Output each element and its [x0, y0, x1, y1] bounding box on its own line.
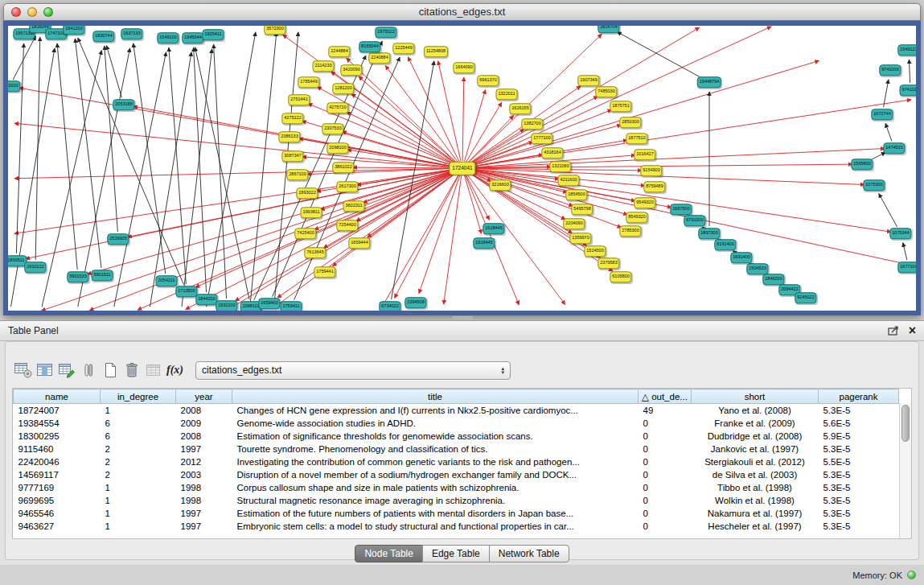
graph-hub-node[interactable]: 1724041 [449, 162, 475, 175]
table-cell[interactable]: Estimation of significance thresholds fo… [232, 430, 639, 443]
graph-node[interactable]: 6791900 [684, 215, 705, 226]
table-cell[interactable]: de Silva et al. (2003) [692, 468, 819, 481]
graph-node[interactable]: 1993811 [300, 207, 322, 218]
table-cell[interactable]: 9777169 [14, 481, 101, 494]
graph-node[interactable]: 1907349 [577, 75, 599, 86]
graph-node[interactable]: 1785449 [298, 76, 319, 88]
graph-node[interactable]: 2098100 [326, 142, 348, 154]
graph-node[interactable]: 1844200 [195, 294, 217, 305]
graph-node[interactable]: 5901511 [91, 270, 113, 281]
table-cell[interactable]: 1997 [176, 507, 232, 520]
graph-node[interactable]: 3572300 [264, 26, 285, 35]
graph-node[interactable]: 4318164 [541, 147, 563, 159]
show-columns-icon[interactable] [34, 360, 55, 381]
graph-node[interactable]: 1637133 [121, 28, 142, 39]
graph-node[interactable]: 6734022 [379, 301, 400, 311]
graph-node[interactable]: 1016427 [634, 149, 655, 160]
graph-node[interactable]: 1322011 [495, 89, 517, 100]
graph-node[interactable]: 3216600 [489, 179, 511, 191]
graph-node[interactable]: 1549122 [897, 44, 916, 56]
table-row[interactable]: 2242004622012Investigating the contribut… [14, 455, 899, 468]
table-row[interactable]: 969969511998Structural magnetic resonanc… [14, 494, 899, 507]
table-cell[interactable]: Tibbo et al. (1998) [692, 481, 819, 494]
graph-node[interactable]: 8183044 [359, 41, 380, 52]
graph-node[interactable]: 9245022 [795, 292, 816, 303]
table-cell[interactable]: 1 [101, 481, 176, 494]
graph-node[interactable]: 1659400 [258, 298, 280, 309]
table-cell[interactable]: 1997 [176, 443, 232, 455]
table-cell[interactable]: 2009 [176, 417, 232, 430]
graph-node[interactable]: 1925411 [202, 29, 224, 40]
graph-node[interactable]: 2204090 [563, 218, 585, 229]
graph-node[interactable]: 1225449 [392, 43, 414, 54]
table-cell[interactable]: 2008 [176, 430, 232, 443]
table-cell[interactable]: 9465546 [14, 507, 101, 520]
table-cell[interactable]: 0 [639, 481, 692, 494]
table-cell[interactable]: 0 [639, 468, 692, 481]
graph-node[interactable]: 1759411 [280, 301, 302, 311]
graph-node[interactable]: 2867100 [286, 169, 308, 180]
window-titlebar[interactable]: citations_edges.txt [3, 3, 921, 21]
table-cell[interactable]: 2012 [176, 455, 232, 468]
graph-node[interactable]: 2386133 [278, 131, 300, 142]
table-cell[interactable]: Franke et al. (2009) [692, 417, 819, 430]
table-row[interactable]: 1456911722003Disruption of a novel membe… [14, 468, 899, 481]
table-cell[interactable]: 0 [639, 520, 692, 533]
graph-node[interactable]: 1691400 [730, 252, 752, 263]
table-cell[interactable]: Tourette syndrome. Phenomenology and cla… [232, 443, 639, 455]
table-cell[interactable]: Estimation of the future numbers of pati… [232, 507, 639, 520]
column-header-short[interactable]: short [692, 389, 819, 404]
graph-node[interactable]: 3420090 [340, 64, 362, 76]
graph-node[interactable]: 1659444 [348, 237, 370, 249]
graph-node[interactable]: 1918445 [473, 237, 495, 249]
table-cell[interactable]: 22420046 [14, 455, 101, 468]
column-header-in-degree[interactable]: in_degree [101, 389, 176, 404]
graph-node[interactable]: 9741000 [879, 64, 901, 76]
graph-node[interactable]: 5901533 [67, 271, 88, 282]
graph-node[interactable]: 2526905 [107, 233, 129, 245]
zoom-window-button[interactable] [43, 7, 53, 17]
graph-node[interactable]: 2617300 [336, 181, 358, 192]
table-cell[interactable]: Changes of HCN gene expression and I(f) … [232, 404, 639, 417]
table-cell[interactable]: 1998 [176, 481, 232, 494]
graph-node[interactable]: 5495798 [571, 204, 593, 215]
graph-node[interactable]: 1975022 [375, 27, 396, 38]
graph-node[interactable]: 2785300 [619, 225, 641, 237]
graph-node[interactable]: 6105800 [610, 271, 631, 282]
tab-network-table[interactable]: Network Table [489, 545, 569, 562]
table-cell[interactable]: 1998 [176, 494, 232, 507]
import-table-icon[interactable] [142, 360, 164, 381]
graph-node[interactable]: 1910122 [24, 262, 46, 273]
graph-node[interactable]: 1893022 [296, 187, 318, 199]
table-mode-icon[interactable] [12, 360, 34, 381]
column-header-year[interactable]: year [176, 389, 232, 404]
tab-edge-table[interactable]: Edge Table [422, 545, 490, 562]
graph-node[interactable]: 1677100 [897, 262, 916, 273]
graph-node[interactable]: 7254400 [336, 220, 358, 231]
graph-node[interactable]: 1595800 [851, 159, 873, 170]
table-cell[interactable]: 2 [101, 468, 176, 481]
graph-node[interactable]: 1897300 [698, 228, 720, 239]
close-window-button[interactable] [11, 7, 21, 17]
graph-node[interactable]: 1759441 [314, 266, 335, 278]
table-row[interactable]: 1938455462009Genome-wide association stu… [14, 417, 899, 430]
graph-node[interactable]: 1777100 [531, 133, 552, 144]
table-cell[interactable]: 9699695 [14, 494, 101, 507]
graph-node[interactable]: 1075344 [889, 228, 911, 239]
table-row[interactable]: 946362711997Embryonic stem cells: a mode… [14, 520, 899, 533]
column-header-title[interactable]: title [232, 389, 639, 404]
graph-node[interactable]: 1549100 [157, 32, 179, 43]
graph-node[interactable]: 2114233 [312, 60, 334, 72]
table-cell[interactable]: 2 [101, 443, 176, 455]
graph-node[interactable]: 4275720 [326, 102, 348, 113]
table-cell[interactable]: 5.6E-5 [819, 417, 899, 430]
graph-node[interactable]: 2053188 [113, 99, 134, 110]
graph-node[interactable]: 7613645 [304, 247, 326, 258]
graph-node[interactable]: 2240884 [368, 52, 390, 64]
graph-node[interactable]: 1846200 [762, 274, 784, 285]
table-cell[interactable]: 1 [101, 494, 176, 507]
table-cell[interactable]: Jankovic et al. (1997) [692, 443, 819, 455]
table-cell[interactable]: Nakamura et al. (1997) [692, 507, 819, 520]
table-cell[interactable]: 49 [639, 404, 692, 417]
table-row[interactable]: 1830029562008Estimation of significance … [14, 430, 899, 443]
